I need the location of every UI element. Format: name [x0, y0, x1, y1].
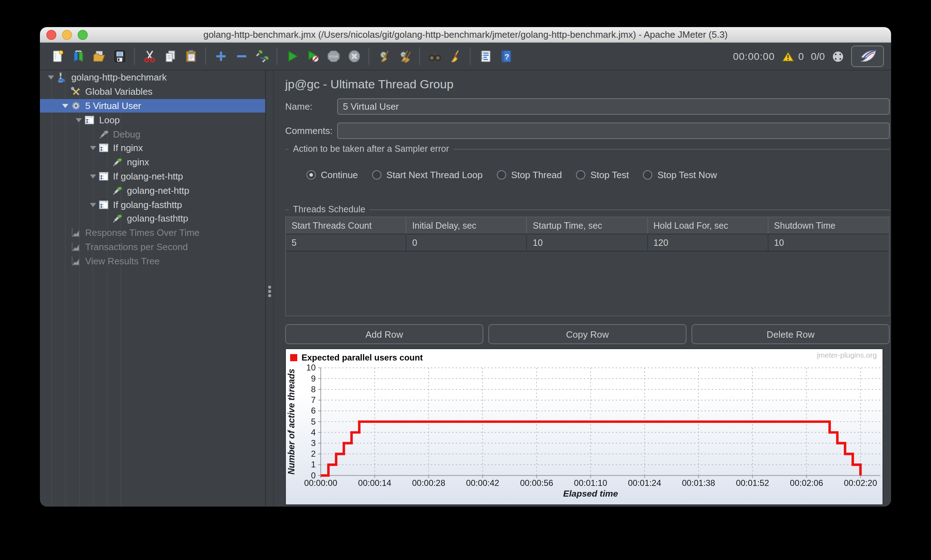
svg-text:2: 2	[311, 449, 316, 458]
radio-stop-thread[interactable]: Stop Thread	[497, 169, 562, 180]
table-cell[interactable]: 10	[527, 234, 647, 251]
splitter-handle-icon	[268, 286, 271, 297]
svg-text:6: 6	[311, 406, 316, 415]
svg-text:STOP: STOP	[329, 55, 338, 58]
tree-item-label: If nginx	[113, 143, 143, 154]
tree-rows: golang-http-benchmarkGlobal Variables5 V…	[40, 71, 265, 268]
remote-start-icon[interactable]	[832, 50, 844, 62]
stop-button[interactable]: STOP	[324, 47, 342, 66]
active-total-threads: 0/0	[811, 51, 825, 62]
table-cell[interactable]: 5	[286, 234, 406, 251]
radio-label: Stop Test	[590, 169, 629, 180]
tree-item-golang-http-benchmark[interactable]: golang-http-benchmark	[40, 71, 265, 85]
collapse-all-button[interactable]	[233, 47, 250, 66]
clear-all-button[interactable]	[396, 47, 413, 66]
paste-icon	[183, 49, 198, 63]
new-file-button[interactable]	[48, 47, 66, 66]
templates-button[interactable]	[69, 47, 87, 66]
clear-all-icon	[398, 49, 412, 63]
search-button[interactable]	[425, 47, 443, 66]
open-file-button[interactable]	[90, 47, 108, 66]
svg-text:Number of active threads: Number of active threads	[287, 369, 296, 474]
screen: golang-http-benchmark.jmx (/Users/nicola…	[0, 0, 931, 560]
paste-button[interactable]	[182, 47, 200, 66]
expand-arrow-icon[interactable]	[88, 202, 97, 207]
radio-start-next-thread-loop[interactable]: Start Next Thread Loop	[372, 169, 482, 180]
comments-input[interactable]	[337, 123, 889, 139]
tree-item-label: 5 Virtual User	[85, 100, 141, 111]
cut-button[interactable]	[140, 47, 158, 66]
legend-label: Expected parallel users count	[302, 353, 423, 363]
add-row-button[interactable]: Add Row	[285, 324, 483, 344]
svg-text:1: 1	[311, 460, 316, 469]
function-helper-button[interactable]	[476, 47, 494, 66]
table-header-row: Start Threads CountInitial Delay, secSta…	[286, 217, 889, 234]
close-window-button[interactable]	[46, 29, 56, 40]
titlebar: golang-http-benchmark.jmx (/Users/nicola…	[40, 27, 891, 43]
tree-item-5-virtual-user[interactable]: 5 Virtual User	[40, 98, 265, 113]
search-reset-icon	[448, 49, 462, 63]
tree-item-golang-net-http[interactable]: golang-net-http	[40, 183, 265, 198]
tree-item-nginx[interactable]: nginx	[40, 155, 265, 169]
table-cell[interactable]: 120	[647, 234, 768, 251]
save-button[interactable]	[111, 47, 128, 66]
svg-text:00:00:28: 00:00:28	[412, 478, 445, 488]
toggle-elements-icon	[255, 49, 269, 63]
table-cell[interactable]: 0	[406, 234, 527, 251]
radio-continue[interactable]: Continue	[307, 169, 358, 180]
expand-arrow-icon[interactable]	[46, 75, 55, 80]
help-icon: ?	[499, 49, 513, 63]
tree-item-view-results-tree[interactable]: View Results Tree	[40, 254, 265, 268]
chart-canvas: 01234567891000:00:0000:00:1400:00:2800:0…	[286, 349, 883, 505]
tree-item-debug[interactable]: Debug	[40, 127, 265, 141]
panel-title: jp@gc - Ultimate Thread Group	[285, 78, 453, 92]
content-area: golang-http-benchmarkGlobal Variables5 V…	[40, 71, 891, 506]
clear-button[interactable]	[375, 47, 393, 66]
toolbar-buttons: STOP?	[47, 47, 516, 66]
tree-item-transactions-per-second[interactable]: Transactions per Second	[40, 240, 265, 254]
start-no-pauses-button[interactable]	[304, 47, 322, 66]
expand-all-button[interactable]	[212, 47, 230, 66]
radio-stop-test[interactable]: Stop Test	[576, 169, 629, 180]
expand-arrow-icon[interactable]	[60, 103, 69, 108]
log-errors-indicator[interactable]: 0	[781, 51, 804, 62]
panel-splitter[interactable]	[265, 71, 274, 506]
toolbar: STOP? 00:00:00 0 0/0	[40, 43, 891, 71]
threads-schedule-table: Start Threads CountInitial Delay, secSta…	[285, 217, 889, 316]
jmeter-logo-button[interactable]	[851, 46, 884, 67]
svg-text:00:01:24: 00:01:24	[628, 478, 661, 488]
expand-arrow-icon[interactable]	[88, 174, 97, 179]
tree-item-label: Transactions per Second	[85, 242, 188, 252]
start-button[interactable]	[283, 47, 301, 66]
expand-arrow-icon[interactable]	[88, 146, 97, 151]
expand-arrow-icon[interactable]	[74, 118, 83, 123]
tree-item-if-golang-net-http[interactable]: If golang-net-http	[40, 169, 265, 183]
tree-item-if-golang-fasthttp[interactable]: If golang-fasthttp	[40, 197, 265, 212]
controller-icon	[97, 199, 109, 210]
svg-text:7: 7	[311, 395, 316, 405]
tree-item-label: Debug	[113, 129, 140, 139]
tree-item-global-variables[interactable]: Global Variables	[40, 85, 265, 99]
tree-item-golang-fasthttp[interactable]: golang-fasthttp	[40, 212, 265, 226]
search-reset-button[interactable]	[446, 47, 464, 66]
tree-item-label: If golang-net-http	[113, 171, 183, 182]
copy-button[interactable]	[161, 47, 179, 66]
help-button[interactable]: ?	[497, 47, 515, 66]
radio-icon	[497, 170, 506, 180]
toggle-elements-button[interactable]	[253, 47, 271, 66]
name-input[interactable]	[337, 98, 889, 115]
tree-item-response-times-over-time[interactable]: Response Times Over Time	[40, 226, 265, 240]
radio-stop-test-now[interactable]: Stop Test Now	[643, 169, 717, 180]
tree-item-loop[interactable]: Loop	[40, 113, 265, 127]
start-icon	[285, 49, 299, 63]
copy-row-button[interactable]: Copy Row	[488, 324, 686, 344]
sampler-icon	[111, 156, 123, 168]
minimize-window-button[interactable]	[62, 29, 72, 40]
shutdown-button[interactable]	[345, 47, 363, 66]
zoom-window-button[interactable]	[78, 29, 88, 40]
toolbar-separator	[368, 48, 369, 65]
test-plan-tree: golang-http-benchmarkGlobal Variables5 V…	[40, 71, 265, 506]
delete-row-button[interactable]: Delete Row	[692, 324, 889, 344]
tree-item-if-nginx[interactable]: If nginx	[40, 141, 265, 155]
table-cell[interactable]: 10	[768, 234, 889, 251]
